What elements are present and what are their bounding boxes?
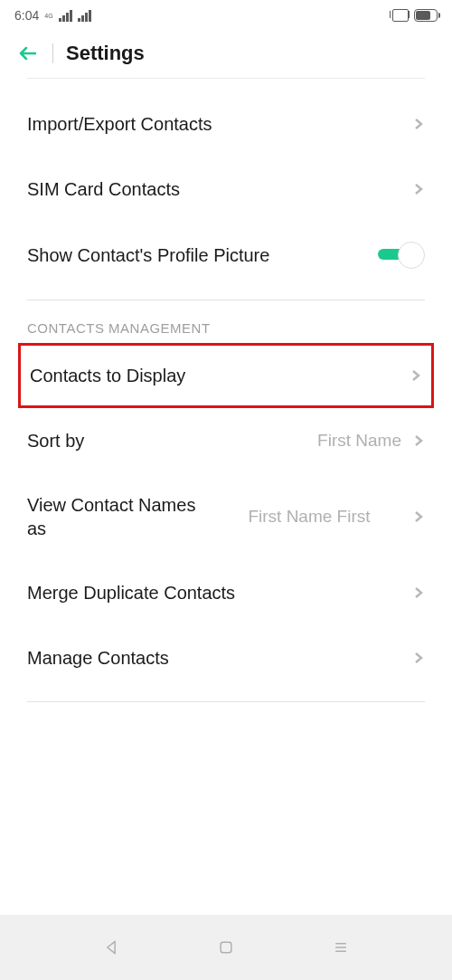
status-bar: 6:04 4G: [0, 0, 452, 27]
signal-icon-2: [78, 10, 91, 22]
row-contacts-to-display[interactable]: Contacts to Display: [18, 343, 434, 408]
row-label: Show Contact's Profile Picture: [27, 243, 378, 267]
svg-rect-0: [221, 942, 231, 953]
section-header-management: CONTACTS MANAGEMENT: [0, 300, 452, 343]
row-label: Merge Duplicate Contacts: [27, 581, 412, 604]
row-label: View Contact Names as: [27, 493, 217, 540]
row-label: SIM Card Contacts: [27, 177, 412, 201]
chevron-right-icon: [412, 118, 425, 130]
chevron-right-icon: [412, 434, 425, 447]
row-value: First Name First: [248, 507, 370, 527]
nav-recent-button[interactable]: [327, 934, 354, 961]
arrow-left-icon: [17, 43, 39, 64]
row-import-export[interactable]: Import/Export Contacts: [0, 91, 452, 157]
divider: [27, 78, 425, 79]
back-button[interactable]: [16, 42, 40, 65]
signal-icon-1: [59, 10, 72, 22]
row-view-names-as[interactable]: View Contact Names as First Name First: [0, 473, 452, 560]
row-sort-by[interactable]: Sort by First Name: [0, 408, 452, 473]
toggle-knob: [398, 242, 425, 269]
battery-icon: [414, 9, 438, 22]
network-label: 4G: [44, 13, 52, 19]
row-label: Contacts to Display: [30, 364, 410, 387]
system-navbar: [0, 915, 452, 980]
square-home-icon: [217, 938, 235, 956]
chevron-right-icon: [410, 369, 422, 382]
nav-home-button[interactable]: [212, 934, 240, 961]
row-label: Manage Contacts: [27, 646, 412, 670]
triangle-back-icon: [102, 938, 120, 956]
row-manage-contacts[interactable]: Manage Contacts: [0, 625, 452, 690]
status-left: 6:04 4G: [14, 8, 91, 23]
row-profile-picture: Show Contact's Profile Picture: [0, 222, 452, 289]
status-right: [392, 9, 438, 22]
row-label: Sort by: [27, 429, 317, 452]
header-divider: [52, 43, 53, 63]
chevron-right-icon: [412, 586, 425, 599]
menu-recent-icon: [332, 938, 350, 956]
page-title: Settings: [66, 42, 145, 65]
vibrate-icon: [392, 9, 409, 22]
status-time: 6:04: [14, 8, 39, 23]
chevron-right-icon: [412, 652, 425, 664]
chevron-right-icon: [412, 183, 425, 195]
nav-back-button[interactable]: [98, 934, 125, 961]
row-value: First Name: [317, 431, 401, 451]
section-basic: Import/Export Contacts SIM Card Contacts…: [0, 91, 452, 289]
app-header: Settings: [0, 27, 452, 78]
profile-picture-toggle[interactable]: [378, 242, 425, 269]
row-label: Import/Export Contacts: [27, 112, 412, 136]
chevron-right-icon: [412, 510, 425, 523]
row-merge-duplicates[interactable]: Merge Duplicate Contacts: [0, 560, 452, 625]
row-sim-contacts[interactable]: SIM Card Contacts: [0, 157, 452, 222]
divider: [27, 701, 425, 702]
